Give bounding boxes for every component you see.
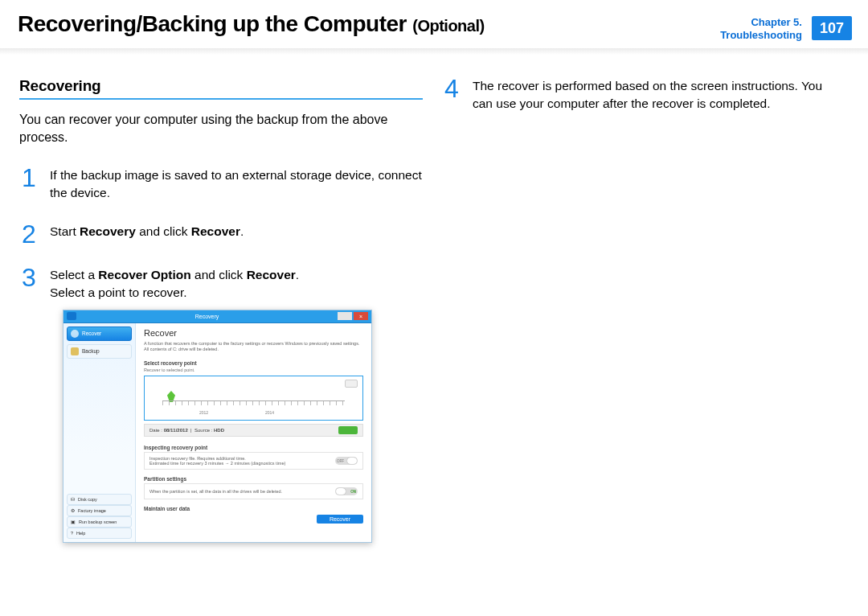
toggle-knob xyxy=(347,458,357,464)
timeline-year-2: 2014 xyxy=(265,410,274,415)
maintain-label: Maintain user data xyxy=(144,506,363,511)
status-source-label: Source : xyxy=(194,428,212,433)
sidebar-label: Disk copy xyxy=(78,497,97,502)
timeline-track xyxy=(162,400,345,405)
step-body: Start Recovery and click Recover. xyxy=(50,223,244,240)
close-button[interactable]: × xyxy=(354,312,368,320)
recovery-timeline[interactable]: 2012 2014 xyxy=(144,376,363,421)
step-4: 4 The recover is performed based on the … xyxy=(442,77,845,112)
recovering-heading: Recovering xyxy=(19,77,423,100)
sidebar-label: Help xyxy=(76,531,85,536)
sidebar-tab-recover[interactable]: Recover xyxy=(67,326,132,341)
step-number: 2 xyxy=(19,223,39,246)
step-number: 3 xyxy=(19,266,39,290)
app-titlebar: Recovery × xyxy=(63,310,371,323)
run-icon: ▣ xyxy=(71,519,76,524)
step-body: If the backup image is saved to an exter… xyxy=(50,166,423,201)
sidebar-help[interactable]: ?Help xyxy=(67,528,132,539)
step-body: The recover is performed based on the sc… xyxy=(473,77,845,112)
header-right: Chapter 5. Troubleshooting 107 xyxy=(720,16,852,43)
app-sidebar: Recover Backup ⛁Disk copy ⚙Factory image… xyxy=(63,323,136,542)
step-3: 3 Select a Recover Option and click Reco… xyxy=(19,266,423,301)
panel-heading: Recover xyxy=(144,328,363,338)
sidebar-disk-copy[interactable]: ⛁Disk copy xyxy=(67,494,132,505)
sidebar-run-backup[interactable]: ▣Run backup screen xyxy=(67,516,132,528)
step-body: Select a Recover Option and click Recove… xyxy=(50,266,299,301)
recovery-app-screenshot: Recovery × Recover Backup xyxy=(63,310,372,543)
go-button[interactable] xyxy=(338,426,358,434)
select-point-label: Select recovery point xyxy=(144,360,363,366)
status-source-value: HDD xyxy=(214,428,224,433)
sidebar-bottom: ⛁Disk copy ⚙Factory image ▣Run backup sc… xyxy=(67,494,132,539)
factory-icon: ⚙ xyxy=(71,508,75,513)
partition-label: Partition settings xyxy=(144,476,363,482)
title-main: Recovering/Backing up the Computer xyxy=(18,11,407,36)
partition-toggle[interactable]: OFF ON xyxy=(335,487,358,495)
steps-list: 1 If the backup image is saved to an ext… xyxy=(19,166,423,302)
status-date-label: Date : xyxy=(149,428,162,433)
panel-desc: A function that recovers the computer to… xyxy=(144,341,363,352)
sidebar-label: Factory image xyxy=(78,508,106,513)
backup-icon xyxy=(71,347,79,355)
inspect-option: Inspection recovery file. Requires addit… xyxy=(144,452,363,470)
sidebar-label: Recover xyxy=(82,331,101,336)
recover-button[interactable]: Recover xyxy=(317,515,363,524)
timeline-year-1: 2012 xyxy=(199,410,208,415)
partition-option: When the partition is set, all the data … xyxy=(144,483,363,499)
toggle-knob xyxy=(336,488,346,495)
step-number: 1 xyxy=(19,166,39,190)
status-text: Date : 08/11/2012 | Source : HDD xyxy=(149,428,224,433)
help-icon: ? xyxy=(71,531,73,536)
sidebar-tab-backup[interactable]: Backup xyxy=(67,344,132,359)
chapter-line: Chapter 5. xyxy=(720,16,802,29)
chapter-block: Chapter 5. Troubleshooting xyxy=(720,16,802,43)
step-1: 1 If the backup image is saved to an ext… xyxy=(19,166,423,201)
app-title: Recovery xyxy=(195,314,219,319)
window-controls: × xyxy=(338,312,368,320)
app-body: Recover Backup ⛁Disk copy ⚙Factory image… xyxy=(63,323,371,542)
status-bar: Date : 08/11/2012 | Source : HDD xyxy=(144,424,363,437)
inspect-desc: Inspection recovery file. Requires addit… xyxy=(149,456,285,466)
inspect-toggle[interactable]: OFF ON xyxy=(335,457,358,465)
recover-icon xyxy=(71,330,79,338)
content-columns: Recovering You can recover your computer… xyxy=(0,48,868,543)
refresh-icon[interactable] xyxy=(345,380,358,388)
step-number: 4 xyxy=(442,77,461,101)
toggle-on-label: ON xyxy=(350,490,356,494)
right-column: 4 The recover is performed based on the … xyxy=(442,77,845,543)
toggle-off-label: OFF xyxy=(337,459,344,463)
inspect-label: Inspecting recovery point xyxy=(144,445,363,450)
disk-icon: ⛁ xyxy=(71,497,75,502)
minimize-button[interactable] xyxy=(338,312,352,320)
partition-desc: When the partition is set, all the data … xyxy=(149,489,282,494)
title-optional: (Optional) xyxy=(412,17,484,35)
sidebar-label: Backup xyxy=(82,348,100,354)
sidebar-label: Run backup screen xyxy=(79,519,117,524)
page-title: Recovering/Backing up the Computer (Opti… xyxy=(18,11,485,37)
app-main: Recover A function that recovers the com… xyxy=(136,323,371,542)
recovering-lead: You can recover your computer using the … xyxy=(19,111,423,146)
select-point-sub: Recover to selected point. xyxy=(144,368,363,372)
status-date-value: 08/11/2012 xyxy=(164,428,188,433)
page-number-badge: 107 xyxy=(812,16,852,40)
page-header: Recovering/Backing up the Computer (Opti… xyxy=(0,0,868,48)
section-line: Troubleshooting xyxy=(720,29,802,42)
back-icon[interactable] xyxy=(67,312,76,320)
titlebar-left xyxy=(67,312,76,320)
sidebar-factory-image[interactable]: ⚙Factory image xyxy=(67,505,132,516)
step-2: 2 Start Recovery and click Recover. xyxy=(19,223,423,246)
left-column: Recovering You can recover your computer… xyxy=(19,77,423,543)
